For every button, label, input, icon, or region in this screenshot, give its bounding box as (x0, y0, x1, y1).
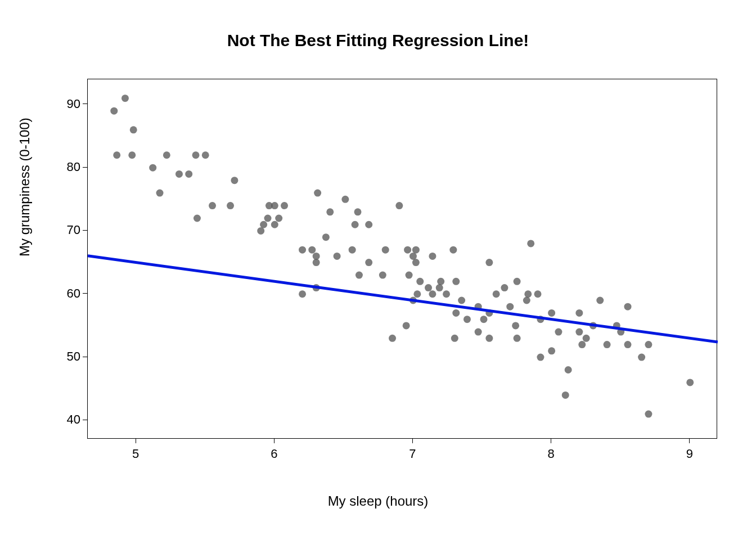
data-point (313, 259, 320, 266)
data-point (349, 246, 356, 254)
data-point (514, 278, 521, 285)
data-point (534, 290, 542, 298)
data-point (562, 392, 569, 399)
data-point (425, 284, 432, 291)
data-point (604, 341, 611, 348)
data-point (352, 221, 359, 228)
data-point (506, 303, 514, 310)
x-tickmark (689, 439, 690, 443)
data-point (176, 170, 183, 178)
data-point (379, 272, 386, 279)
data-point (156, 190, 164, 197)
data-point (314, 190, 321, 197)
y-axis-label: My grumpiness (0-100) (17, 118, 33, 256)
x-tickmark (412, 439, 413, 443)
data-point (128, 151, 136, 159)
x-tick-label: 7 (409, 447, 416, 461)
data-point (437, 278, 444, 285)
data-point (458, 296, 465, 304)
scatter-chart: Not The Best Fitting Regression Line! My… (0, 0, 756, 540)
data-point (185, 170, 192, 178)
data-point (596, 296, 604, 304)
data-point (313, 253, 320, 260)
plot-area (87, 79, 717, 439)
data-point (575, 309, 583, 317)
data-point (404, 246, 411, 254)
data-point (275, 215, 282, 222)
data-point (575, 328, 583, 336)
data-point (308, 246, 316, 254)
regression-line (88, 256, 718, 342)
data-point (395, 202, 403, 209)
data-point (464, 316, 471, 323)
y-tickmark (83, 420, 87, 420)
x-tickmark (274, 439, 274, 443)
x-tickmark (136, 439, 136, 443)
data-point (130, 126, 137, 133)
data-point (365, 259, 372, 266)
data-point (443, 290, 450, 298)
data-point (406, 272, 413, 279)
plot-svg (88, 79, 717, 438)
data-point (163, 151, 170, 159)
data-point (452, 309, 460, 317)
chart-title: Not The Best Fitting Regression Line! (0, 31, 756, 50)
data-point (555, 328, 562, 336)
x-tick-label: 8 (547, 447, 554, 461)
x-tick-label: 5 (132, 447, 139, 461)
data-point (281, 202, 288, 209)
data-point (326, 208, 334, 215)
data-point (412, 246, 420, 254)
x-axis-label: My sleep (hours) (0, 493, 756, 509)
data-point (299, 246, 306, 254)
data-point (410, 253, 417, 260)
data-point (403, 322, 410, 329)
data-point (583, 335, 590, 342)
data-point (227, 202, 234, 209)
data-point (260, 221, 267, 228)
data-point (527, 240, 534, 247)
data-point (514, 335, 521, 342)
data-point (257, 227, 264, 235)
data-point (548, 309, 555, 317)
x-tick-label: 9 (686, 447, 693, 461)
y-tick-label: 60 (52, 286, 80, 301)
x-tickmark (551, 439, 551, 443)
y-tickmark (83, 357, 87, 357)
data-point (264, 215, 272, 222)
data-point (449, 246, 457, 254)
y-tickmark (83, 293, 87, 294)
data-point (122, 94, 129, 102)
data-point (192, 151, 200, 159)
x-tick-label: 6 (271, 447, 277, 461)
data-point (436, 284, 443, 291)
data-point (475, 328, 482, 336)
data-point (624, 303, 632, 310)
data-point (686, 379, 694, 386)
data-point (113, 151, 120, 159)
y-tickmark (83, 230, 87, 231)
data-point (452, 278, 460, 285)
y-tickmark (83, 104, 87, 104)
data-point (413, 290, 421, 298)
data-point (149, 164, 156, 172)
data-point (416, 278, 424, 285)
data-point (512, 322, 519, 329)
data-point (480, 316, 488, 323)
y-tickmark (83, 167, 87, 168)
data-point (565, 366, 572, 374)
data-point (493, 290, 500, 298)
data-point (382, 246, 389, 254)
data-point (412, 259, 420, 266)
data-point (451, 335, 458, 342)
data-point (334, 253, 341, 260)
data-point (485, 335, 493, 342)
data-point (271, 221, 278, 228)
data-point (638, 354, 645, 361)
data-point (271, 202, 278, 209)
data-point (578, 341, 586, 348)
data-point (341, 196, 349, 203)
data-point (299, 290, 306, 298)
data-point (429, 290, 436, 298)
y-tick-label: 80 (52, 160, 80, 174)
